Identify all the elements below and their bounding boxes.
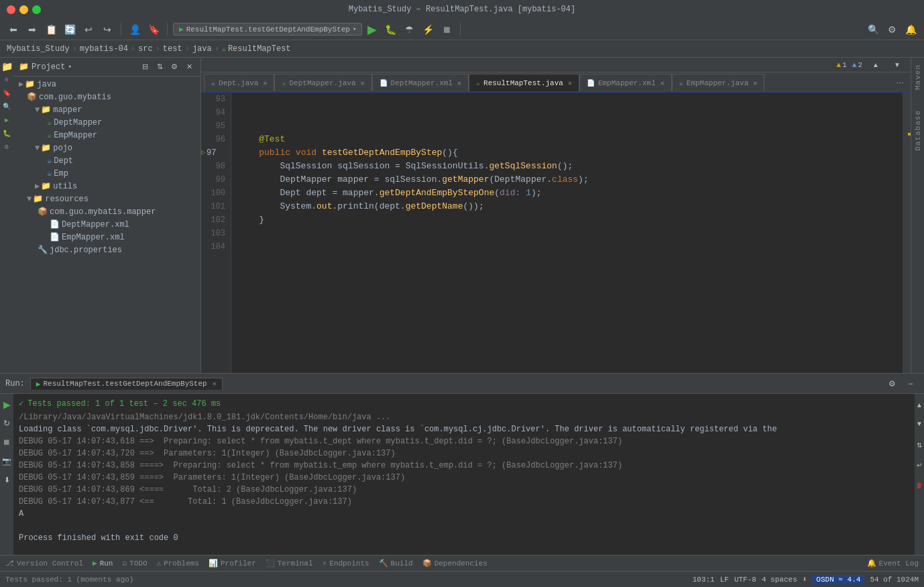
breadcrumb-test[interactable]: test: [163, 44, 182, 54]
tree-com-guo-mybatis-mapper[interactable]: 📦 com.guo.mybatis.mapper: [13, 205, 200, 218]
clear-btn[interactable]: 🗑: [911, 477, 924, 493]
tree-java-folder[interactable]: ▶ 📁 java: [13, 78, 200, 91]
tree-empmapper-java[interactable]: ☕ EmpMapper: [13, 129, 200, 142]
breadcrumb-mybatis-04[interactable]: mybatis-04: [80, 44, 128, 54]
problems-tab[interactable]: ⚠ Problems: [157, 559, 199, 568]
tabs-more-btn[interactable]: ⋯: [892, 75, 908, 91]
tab-empmapper-java[interactable]: ☕ EmpMapper.java ✕: [672, 74, 764, 91]
tree-deptmapper-java[interactable]: ☕ DeptMapper: [13, 116, 200, 129]
tab-dept-java[interactable]: ☕ Dept.java ✕: [204, 74, 274, 91]
tab-resultmaptest-java[interactable]: ☕ ResultMapTest.java ✕: [469, 74, 579, 91]
tab-empmapper-xml[interactable]: 📄 EmpMapper.xml ✕: [579, 74, 672, 91]
tree-dept-java[interactable]: ☕ Dept: [13, 154, 200, 167]
tab-resultmaptest-close[interactable]: ✕: [568, 79, 572, 87]
code-content[interactable]: @Test public void testGetDeptAndEmpBySte…: [231, 93, 903, 373]
undo-button[interactable]: ↩: [80, 21, 97, 38]
scroll-up-btn[interactable]: ▲: [911, 396, 924, 413]
terminal-tab[interactable]: ⬛ Terminal: [266, 559, 313, 568]
run-minimize-btn[interactable]: −: [903, 376, 919, 392]
event-log-tab[interactable]: 🔔 Event Log: [867, 559, 919, 568]
tree-deptmapper-xml[interactable]: 📄 DeptMapper.xml: [13, 218, 200, 231]
close-button[interactable]: [7, 5, 15, 14]
tab-deptmapper-close[interactable]: ✕: [361, 79, 365, 87]
run-config-tab[interactable]: ▶ ResultMapTest.testGetDeptAndEmpByStep …: [173, 23, 362, 36]
more-run-button[interactable]: ⚡: [420, 21, 436, 38]
tree-com-guo-mybatis[interactable]: 📦 com.guo.mybatis: [13, 91, 200, 103]
endpoints-tab[interactable]: ⚡ Endpoints: [323, 559, 369, 568]
collapse-all-btn[interactable]: ⊟: [139, 61, 151, 73]
dependencies-tab[interactable]: 📦 Dependencies: [422, 559, 487, 568]
tree-utils-folder[interactable]: ▶ 📁 utils: [13, 180, 200, 193]
tree-jdbc-properties[interactable]: 🔧 jdbc.properties: [13, 244, 200, 256]
tree-resources-folder[interactable]: ▼ 📁 resources: [13, 193, 200, 205]
run-tab-close-icon[interactable]: ✕: [213, 380, 217, 388]
rerun-btn[interactable]: ↻: [0, 415, 15, 431]
search-everywhere-button[interactable]: 🔍: [865, 21, 881, 38]
maven-label[interactable]: Maven: [914, 64, 922, 90]
todo-tab[interactable]: ☑ TODO: [122, 559, 147, 568]
stop-console-btn[interactable]: ⏹: [0, 434, 15, 450]
forward-button[interactable]: ➡: [24, 21, 40, 38]
minimize-button[interactable]: [19, 5, 28, 14]
run-settings-btn[interactable]: ⚙: [884, 376, 900, 392]
tab-deptmapper-java[interactable]: ☕ DeptMapper.java ✕: [274, 74, 371, 91]
debug-button[interactable]: 🐛: [382, 21, 398, 38]
pause-btn[interactable]: 📷: [0, 453, 15, 469]
structure-icon[interactable]: ≡: [1, 74, 13, 86]
refresh-button[interactable]: 🔄: [62, 21, 78, 38]
tab-deptmapper-xml-close[interactable]: ✕: [457, 79, 461, 87]
breadcrumb-java[interactable]: java: [192, 44, 212, 54]
warning-count: ▲ 1: [837, 61, 847, 69]
settings-project-btn[interactable]: ⚙: [168, 61, 180, 73]
sort-btn[interactable]: ⇅: [154, 61, 166, 73]
project-icon[interactable]: 📁: [1, 60, 13, 72]
collapse-warnings-btn[interactable]: ▼: [889, 58, 905, 73]
scroll-btn[interactable]: ⬇: [0, 472, 15, 488]
status-indent[interactable]: 4 spaces: [762, 576, 797, 584]
tree-mapper-folder[interactable]: ▼ 📁 mapper: [13, 103, 200, 116]
settings-button[interactable]: ⚙: [884, 21, 900, 38]
breadcrumb-mybatis-study[interactable]: Mybatis_Study: [7, 44, 70, 54]
stop-button[interactable]: ⏹: [439, 21, 455, 38]
close-project-btn[interactable]: ✕: [183, 61, 195, 73]
tree-emp-java[interactable]: ☕ Emp: [13, 167, 200, 180]
tab-dept-close[interactable]: ✕: [263, 79, 267, 87]
run-button[interactable]: ▶: [365, 22, 380, 37]
breadcrumb-resultmaptest[interactable]: ☕ ResultMapTest: [222, 44, 291, 54]
maximize-button[interactable]: [32, 5, 41, 14]
database-label[interactable]: Database: [914, 110, 922, 151]
status-encoding[interactable]: UTF-8: [734, 576, 756, 584]
tree-pojo-folder[interactable]: ▼ 📁 pojo: [13, 142, 200, 154]
bookmarks-icon[interactable]: 🔖: [1, 87, 13, 99]
profiler-tab[interactable]: 📊 Profiler: [209, 559, 256, 568]
run-play-btn[interactable]: ▶: [0, 396, 15, 413]
services-icon[interactable]: ⚙: [1, 141, 13, 153]
nav-button[interactable]: 🔖: [146, 21, 162, 38]
back-button[interactable]: ⬅: [5, 21, 21, 38]
run-bottom-label: Run: [100, 559, 113, 568]
version-control-tab[interactable]: ⎇ Version Control: [5, 559, 83, 568]
breadcrumb-src[interactable]: src: [138, 44, 153, 54]
run-tab-bottom[interactable]: ▶ Run: [93, 559, 113, 568]
find-icon[interactable]: 🔍: [1, 101, 13, 113]
redo-button[interactable]: ↪: [99, 21, 115, 38]
gutter-warning-marker: [908, 133, 911, 136]
recent-files-button[interactable]: 📋: [43, 21, 59, 38]
run-result-tab[interactable]: ▶ ResultMapTest.testGetDeptAndEmpByStep …: [30, 378, 223, 390]
coverage-button[interactable]: ☂: [401, 21, 417, 38]
status-git-icon: ⬇: [803, 575, 807, 584]
tab-empmapper-java-close[interactable]: ✕: [753, 79, 757, 87]
tree-empmapper-xml[interactable]: 📄 EmpMapper.xml: [13, 231, 200, 244]
user-button[interactable]: 👤: [127, 21, 143, 38]
status-right: 103:1 LF UTF-8 4 spaces ⬇ OSDN ≈ 4.4 54 …: [693, 575, 919, 584]
debug-icon-side[interactable]: 🐛: [1, 127, 13, 140]
sort-console-btn[interactable]: ⇅: [911, 437, 924, 453]
tab-deptmapper-xml[interactable]: 📄 DeptMapper.xml ✕: [372, 74, 469, 91]
wrap-btn[interactable]: ↵: [911, 457, 924, 473]
tab-empmapper-xml-close[interactable]: ✕: [660, 79, 665, 87]
run-icon-side[interactable]: ▶: [1, 114, 13, 126]
notifications-button[interactable]: 🔔: [903, 21, 919, 38]
expand-warnings-btn[interactable]: ▲: [868, 58, 884, 73]
scroll-down-btn[interactable]: ▼: [911, 415, 924, 431]
build-tab[interactable]: 🔨 Build: [379, 559, 413, 568]
